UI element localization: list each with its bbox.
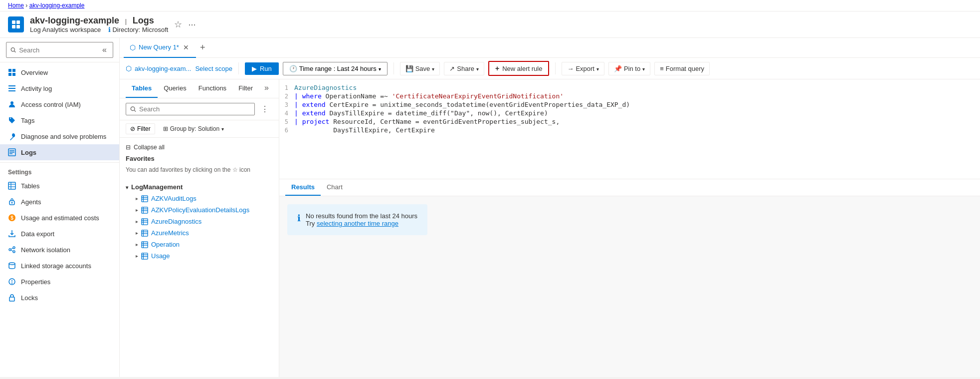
star-icon[interactable]: ☆ <box>174 19 182 30</box>
code-line-6: 6 DaysTillExpire, CertExpire <box>279 126 980 134</box>
sidebar-item-locks[interactable]: Locks <box>0 290 119 306</box>
sidebar-item-label-properties: Properties <box>21 278 50 286</box>
svg-line-30 <box>11 250 13 251</box>
panel-search-box[interactable] <box>126 103 255 115</box>
logs-icon <box>8 148 16 156</box>
collapse-sidebar-button[interactable]: « <box>100 44 109 55</box>
tab-close-button[interactable]: ✕ <box>182 42 190 52</box>
sidebar-item-properties[interactable]: Properties <box>0 274 119 290</box>
svg-rect-10 <box>8 85 15 86</box>
app-title-group: akv-logging-example | Logs Log Analytics… <box>30 15 168 33</box>
more-icon[interactable]: ··· <box>188 19 196 30</box>
sidebar-item-agents[interactable]: Agents <box>0 194 119 210</box>
run-button[interactable]: ▶ Run <box>245 62 279 75</box>
person-icon <box>8 100 16 108</box>
table-group-header-logmanagement[interactable]: LogManagement <box>126 181 273 193</box>
result-tab-results[interactable]: Results <box>285 179 321 196</box>
panel-tab-queries[interactable]: Queries <box>158 79 193 98</box>
tables-panel: Tables Queries Functions Filter » ⋮ <box>120 79 279 377</box>
scope-label: akv-logging-exam... <box>135 65 191 72</box>
table-item-operation[interactable]: Operation <box>126 239 273 250</box>
line-number: 2 <box>279 92 294 100</box>
time-range-button[interactable]: 🕐 Time range : Last 24 hours <box>283 62 388 75</box>
sidebar-item-iam[interactable]: Access control (IAM) <box>0 96 119 112</box>
result-tab-chart[interactable]: Chart <box>321 179 349 196</box>
time-range-link[interactable]: selecting another time range <box>317 220 398 227</box>
panel-search-input[interactable] <box>139 105 250 113</box>
table-item-azure-metrics[interactable]: AzureMetrics <box>126 227 273 239</box>
panel-tab-tables[interactable]: Tables <box>126 79 158 98</box>
svg-rect-2 <box>12 25 15 28</box>
favorites-section: Favorites You can add favorites by click… <box>126 155 273 175</box>
properties-icon <box>8 278 16 286</box>
save-button[interactable]: 💾 Save <box>400 62 440 75</box>
workspace-icon <box>11 19 21 29</box>
grid-icon <box>8 68 16 76</box>
panel-tab-functions[interactable]: Functions <box>193 79 232 98</box>
app-subtitle: Logs <box>133 15 154 25</box>
sidebar-search-box[interactable]: « <box>6 42 113 58</box>
time-range-chevron <box>379 65 381 72</box>
sidebar-search-input[interactable] <box>19 46 97 54</box>
tab-label: New Query 1* <box>139 43 179 51</box>
new-alert-rule-button[interactable]: + New alert rule <box>488 61 549 76</box>
try-text: Try selecting another time range <box>306 220 417 227</box>
panel-tab-filter[interactable]: Filter <box>232 79 259 98</box>
sidebar-item-diagnose[interactable]: Diagnose and solve problems <box>0 128 119 144</box>
svg-point-27 <box>13 247 15 249</box>
table-item-usage[interactable]: Usage <box>126 250 273 262</box>
svg-rect-35 <box>9 297 14 301</box>
query-tab-1[interactable]: ⬡ New Query 1* ✕ <box>124 38 196 58</box>
info-icon: ℹ <box>297 213 301 224</box>
sidebar-item-tags[interactable]: Tags <box>0 112 119 128</box>
table-item-azkv-audit-logs[interactable]: AZKVAuditLogs <box>126 193 273 204</box>
sidebar-item-activity-log[interactable]: Activity log <box>0 80 119 96</box>
query-panel: Tables Queries Functions Filter » ⋮ <box>120 79 980 377</box>
breadcrumb-home[interactable]: Home <box>8 2 24 9</box>
code-editor[interactable]: 1 AzureDiagnostics 2 | where OperationNa… <box>279 79 980 179</box>
format-label: Format query <box>666 65 704 72</box>
sidebar-item-tables[interactable]: Tables <box>0 178 119 194</box>
sidebar-item-overview[interactable]: Overview <box>0 64 119 80</box>
sidebar-item-network[interactable]: Network isolation <box>0 242 119 258</box>
export-chevron <box>596 65 599 72</box>
table-expand-icon <box>136 242 138 247</box>
filter-button[interactable]: ⊘ Filter <box>126 123 155 134</box>
collapse-all-button[interactable]: ⊟ Collapse all <box>126 142 273 155</box>
groupby-label: Group by: Solution <box>170 125 219 132</box>
line-content: DaysTillExpire, CertExpire <box>294 126 980 134</box>
pin-to-button[interactable]: 📌 Pin to <box>608 62 650 75</box>
line-number: 4 <box>279 109 294 117</box>
panel-tabs: Tables Queries Functions Filter » <box>120 79 279 98</box>
share-button[interactable]: ↗ Share <box>444 62 484 75</box>
agent-icon <box>8 198 16 206</box>
line-number: 6 <box>279 126 294 134</box>
format-query-button[interactable]: ≡ Format query <box>654 62 710 75</box>
line-number: 5 <box>279 118 294 125</box>
scope-selector[interactable]: ⬡ akv-logging-exam... <box>126 64 191 72</box>
editor-area: 1 AzureDiagnostics 2 | where OperationNa… <box>279 79 980 377</box>
groupby-button[interactable]: ⊞ Group by: Solution <box>159 124 228 134</box>
sidebar-item-usage[interactable]: $ Usage and estimated costs <box>0 210 119 226</box>
share-label: Share <box>457 65 474 72</box>
new-alert-label: New alert rule <box>502 65 542 72</box>
svg-rect-50 <box>142 230 148 236</box>
table-item-azkv-policy[interactable]: AZKVPolicyEvaluationDetailsLogs <box>126 204 273 216</box>
table-name-azure-diagnostics: AzureDiagnostics <box>151 218 201 225</box>
scope-icon: ⬡ <box>126 64 132 72</box>
sidebar-item-linked-storage[interactable]: Linked storage accounts <box>0 258 119 274</box>
sidebar-item-logs[interactable]: Logs <box>0 144 119 160</box>
sidebar-item-data-export[interactable]: Data export <box>0 226 119 242</box>
export-button[interactable]: → Export <box>562 62 604 75</box>
line-number: 1 <box>279 84 294 91</box>
select-scope-button[interactable]: Select scope <box>195 65 232 72</box>
table-row-icon <box>141 241 148 248</box>
table-item-azure-diagnostics[interactable]: AzureDiagnostics <box>126 216 273 227</box>
add-tab-button[interactable]: + <box>196 38 209 57</box>
filter-icon: ⊘ <box>130 125 135 132</box>
workspace-label: Log Analytics workspace <box>30 26 101 33</box>
breadcrumb-current[interactable]: akv-logging-example <box>29 2 85 9</box>
panel-search-more-button[interactable]: ⋮ <box>257 102 273 116</box>
svg-point-4 <box>11 48 14 51</box>
collapse-panel-button[interactable]: » <box>260 79 273 98</box>
